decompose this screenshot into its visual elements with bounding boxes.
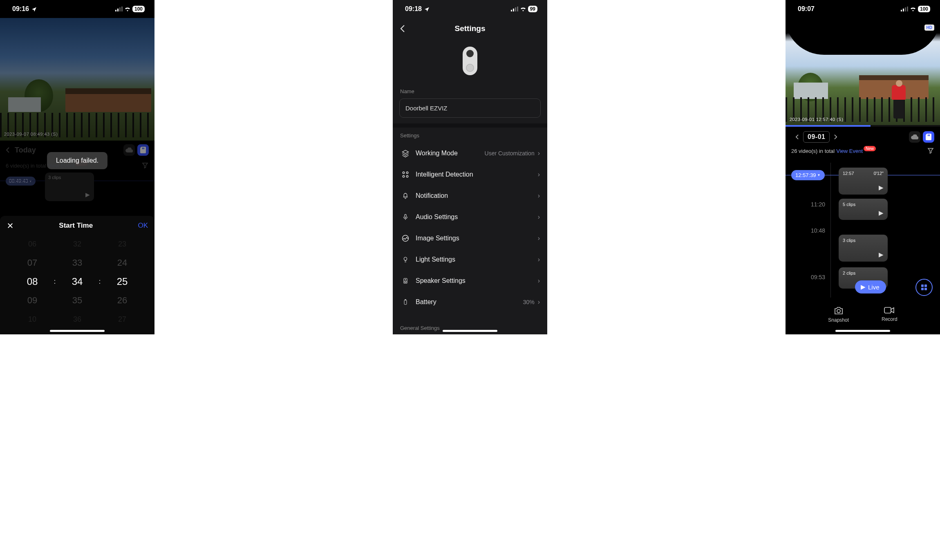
live-button[interactable]: ▶ Live [855,280,886,293]
wheel-item[interactable]: 32 [58,235,97,253]
row-speaker-settings[interactable]: Speaker Settings › [393,270,547,291]
row-label: Speaker Settings [416,277,538,284]
video-count: 26 video(s) in total [791,148,835,154]
svg-rect-7 [513,9,514,11]
clip-time: 12:57 [843,171,854,176]
row-battery[interactable]: Battery 30% › [393,291,547,313]
wheel-item[interactable]: 34 [58,272,97,291]
wheel-item[interactable]: 07 [13,253,52,272]
clip-card[interactable]: 3 clips ▶ [839,235,888,262]
prev-day-button[interactable] [791,134,803,140]
video-preview[interactable]: HD 2023-09-01 12:57:40 (S) [786,18,940,125]
clip-card[interactable]: 5 clips ▶ [839,199,888,220]
timeline[interactable]: 12:57:39▼ 12:57 0'12" ▶ 11:20 5 clips ▶ … [786,163,940,298]
home-indicator[interactable] [835,330,890,332]
view-event-link[interactable]: View Event [836,148,863,154]
svg-rect-1 [117,9,119,11]
wheel-item[interactable]: 23 [103,235,142,253]
current-time-value: 12:57:39 [795,172,816,178]
sd-storage-button[interactable] [923,131,934,143]
svg-rect-19 [404,300,407,305]
svg-point-12 [403,175,405,177]
close-button[interactable] [7,222,14,229]
hour-wheel[interactable]: 06 07 08 09 10 [13,235,52,329]
wheel-item[interactable]: 24 [103,253,142,272]
speaker-icon [400,276,411,285]
cloud-storage-button[interactable] [909,131,920,143]
wheel-item[interactable]: 08 [13,272,52,291]
play-icon: ▶ [879,251,884,258]
grid-icon [921,284,927,290]
row-light-settings[interactable]: Light Settings › [393,249,547,270]
svg-rect-6 [511,10,512,11]
minute-wheel[interactable]: 32 33 34 35 36 [58,235,97,329]
bulb-icon [400,255,411,264]
wifi-icon [124,7,131,11]
row-label: Light Settings [416,256,538,263]
chevron-right-icon: › [538,256,540,263]
wheel-item[interactable]: 10 [13,310,52,329]
live-label: Live [868,284,880,291]
picker-wheels[interactable]: 06 07 08 09 10 : 32 33 34 35 36 : 23 24 … [7,235,148,329]
row-label: Audio Settings [416,213,538,221]
svg-rect-25 [928,134,929,136]
screen-settings: 09:18 99 Settings Name Doorbell EZVIZ Se… [393,0,547,334]
record-label: Record [882,316,897,322]
row-image-settings[interactable]: Image Settings › [393,228,547,249]
loading-toast: Loading failed. [47,152,107,169]
row-working-mode[interactable]: Working Mode User Customization › [393,143,547,164]
svg-rect-28 [884,307,891,313]
picker-title: Start Time [59,222,93,230]
wheel-item[interactable]: 36 [58,310,97,329]
date-nav: 09-01 [786,127,940,147]
wheel-item[interactable]: 25 [103,272,142,291]
svg-point-17 [405,281,406,282]
row-audio-settings[interactable]: Audio Settings › [393,206,547,228]
time-label: 11:20 [811,201,825,208]
settings-section-label: Settings [393,128,547,141]
status-time: 09:07 [798,5,815,13]
row-notification[interactable]: Notification › [393,185,547,206]
wheel-item[interactable]: 09 [13,291,52,310]
svg-point-18 [405,279,405,280]
quality-badge[interactable]: HD [924,25,934,31]
second-wheel[interactable]: 23 24 25 26 27 [103,235,142,329]
cellular-icon [901,7,908,11]
person-figure [890,82,907,119]
row-label: Intelligent Detection [416,171,538,178]
svg-rect-20 [405,300,406,300]
layout-fab[interactable] [915,279,933,296]
time-label: 10:48 [811,227,825,234]
current-time-pill[interactable]: 12:57:39▼ [791,170,825,180]
wheel-item[interactable]: 35 [58,291,97,310]
play-icon: ▶ [861,283,866,291]
wheel-item[interactable]: 06 [13,235,52,253]
date-picker[interactable]: 09-01 [803,131,830,143]
clip-count: 3 clips [843,238,855,243]
row-label: Working Mode [416,150,485,157]
chevron-right-icon: › [538,150,540,157]
home-indicator[interactable] [443,330,497,332]
screen-event-today: 09:16 100 2023-09-07 08:49:43 (S) Today [0,0,154,334]
device-name-field[interactable]: Doorbell EZVIZ [399,99,541,118]
ok-button[interactable]: OK [138,222,148,230]
clip-count: 5 clips [843,202,855,207]
battery-indicator: 100 [132,6,145,12]
chevron-right-icon: › [538,192,540,199]
play-icon: ▶ [879,209,884,217]
filter-icon[interactable] [927,147,934,155]
row-intelligent-detection[interactable]: Intelligent Detection › [393,164,547,185]
home-indicator[interactable] [50,330,105,332]
svg-point-27 [837,309,840,313]
next-day-button[interactable] [830,134,842,140]
back-button[interactable] [400,25,405,33]
wheel-item[interactable]: 27 [103,310,142,329]
clip-card[interactable]: 12:57 0'12" ▶ [839,168,888,195]
battery-icon [400,298,411,307]
row-label: Notification [416,192,538,199]
grid-icon [400,171,411,178]
wheel-item[interactable]: 33 [58,253,97,272]
row-value: 30% [523,299,535,305]
page-title: Settings [455,24,486,33]
wheel-item[interactable]: 26 [103,291,142,310]
